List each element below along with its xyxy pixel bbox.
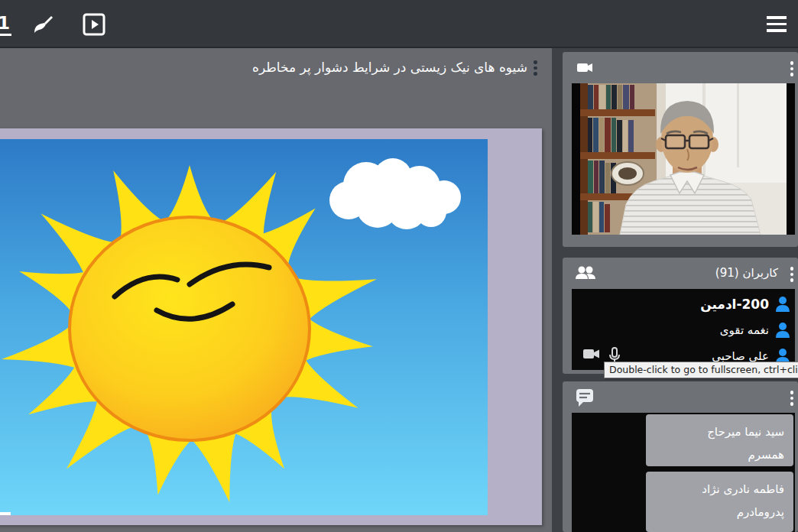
presentation-area: شیوه های نیک زیستی در شرایط دشوار پر مخا… (0, 48, 552, 532)
webcam-panel-header (563, 52, 798, 83)
chat-panel-header (563, 381, 798, 412)
chat-text: همسرم (655, 443, 784, 466)
video-camera-icon (575, 57, 595, 80)
slide-number-indicator[interactable]: 1 (0, 0, 12, 48)
sun-illustration (0, 139, 488, 515)
presentation-title: شیوه های نیک زیستی در شرایط دشوار پر مخا… (23, 55, 527, 79)
user-name: نغمه تقوی (720, 323, 769, 337)
paintbrush-tool-icon[interactable] (28, 0, 58, 48)
user-row[interactable]: نغمه تقوی (576, 317, 790, 343)
chat-message: فاطمه نادری نژاد پدرومادرم (646, 472, 793, 532)
fullscreen-tooltip: Double-click to go to fullscreen, ctrl+c… (604, 362, 798, 378)
chat-messages-area[interactable]: سید نیما میرحاج همسرم فاطمه نادری نژاد پ… (572, 413, 795, 532)
cloud (329, 158, 461, 229)
slideshow-play-icon[interactable] (79, 0, 109, 48)
chat-options-kebab-icon[interactable] (790, 388, 794, 408)
webcam-on-icon (582, 347, 601, 361)
slide-image[interactable] (0, 128, 542, 525)
chat-bubble-icon (575, 388, 595, 410)
users-group-icon (575, 264, 596, 284)
webcam-scene (580, 83, 787, 235)
slide-sky-background (0, 139, 488, 515)
right-sidebar: کاربران (91) 200-ادمین نغمه تقوی علی صاح… (563, 48, 798, 532)
chat-text: پدرومادرم (655, 501, 784, 524)
presentation-options-kebab-icon[interactable] (534, 58, 537, 78)
chat-sender: سید نیما میرحاج (655, 420, 784, 443)
user-row[interactable]: 200-ادمین (576, 291, 790, 317)
chat-sender: فاطمه نادری نژاد (655, 478, 784, 501)
user-name: 200-ادمین (700, 297, 769, 312)
webcam-panel (563, 52, 798, 247)
chat-panel: سید نیما میرحاج همسرم فاطمه نادری نژاد پ… (563, 381, 798, 532)
users-list: 200-ادمین نغمه تقوی علی صاحبی (572, 289, 795, 370)
webcam-video[interactable] (572, 83, 795, 235)
hamburger-menu-icon[interactable] (761, 0, 792, 48)
webcam-options-kebab-icon[interactable] (790, 59, 794, 79)
users-panel-title: کاربران (91) (715, 258, 778, 288)
top-toolbar: 1 (0, 0, 798, 48)
users-options-kebab-icon[interactable] (790, 264, 794, 284)
users-panel: کاربران (91) 200-ادمین نغمه تقوی علی صاح… (563, 258, 798, 374)
slide-edge-mark (0, 512, 11, 515)
chat-message: سید نیما میرحاج همسرم (646, 414, 793, 466)
sun-disc (70, 217, 310, 440)
users-panel-header: کاربران (91) (563, 258, 798, 288)
